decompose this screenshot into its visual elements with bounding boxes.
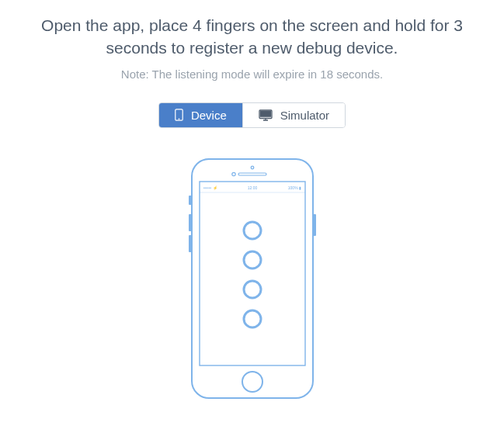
- monitor-icon: [259, 109, 273, 121]
- simulator-tab[interactable]: Simulator: [242, 103, 345, 127]
- simulator-tab-label: Simulator: [280, 109, 329, 122]
- svg-point-1: [178, 119, 179, 120]
- device-simulator-toggle: Device Simulator: [158, 102, 346, 128]
- svg-rect-8: [313, 214, 316, 236]
- svg-text:12:00: 12:00: [247, 185, 257, 190]
- svg-rect-7: [189, 235, 192, 252]
- svg-rect-4: [192, 159, 313, 398]
- phone-illustration: ••••• ⚡ 12:00 100% ▮: [184, 154, 321, 403]
- svg-point-18: [244, 251, 261, 268]
- expiry-note: Note: The listening mode will expire in …: [121, 68, 383, 81]
- svg-point-11: [231, 172, 235, 175]
- svg-text:••••• ⚡: ••••• ⚡: [203, 185, 218, 191]
- svg-rect-6: [189, 214, 192, 231]
- svg-point-17: [244, 222, 261, 239]
- device-tab-label: Device: [191, 109, 227, 122]
- device-tab[interactable]: Device: [159, 103, 242, 127]
- svg-rect-12: [200, 182, 305, 365]
- svg-point-20: [244, 310, 261, 327]
- svg-rect-3: [260, 111, 271, 117]
- svg-point-21: [242, 372, 262, 392]
- svg-rect-10: [238, 173, 266, 175]
- svg-rect-5: [189, 196, 192, 205]
- phone-icon: [175, 109, 183, 121]
- svg-point-9: [251, 166, 254, 169]
- instruction-text: Open the app, place 4 fingers on the scr…: [35, 14, 470, 60]
- svg-point-19: [244, 281, 261, 298]
- svg-text:100% ▮: 100% ▮: [287, 185, 301, 190]
